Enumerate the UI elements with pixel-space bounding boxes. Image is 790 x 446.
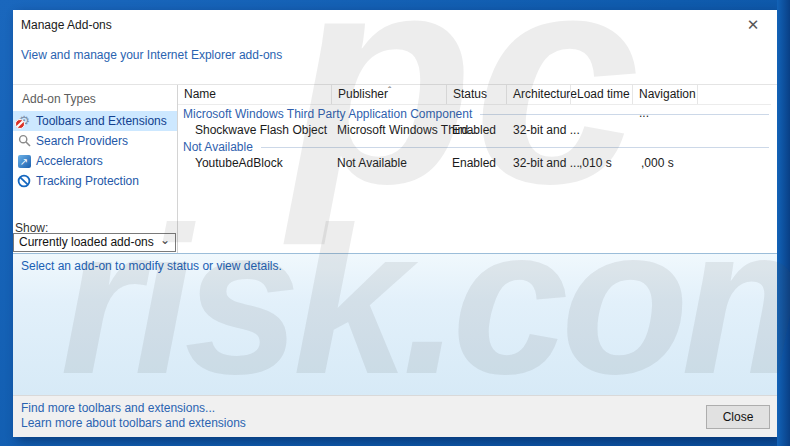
sidebar-item-tracking-protection[interactable]: Tracking Protection: [13, 171, 177, 191]
dialog-subtitle: View and manage your Internet Explorer a…: [21, 48, 282, 62]
show-filter-dropdown[interactable]: Currently loaded add-ons ⌄: [13, 233, 176, 252]
find-more-link[interactable]: Find more toolbars and extensions...: [21, 401, 215, 415]
chevron-down-icon: ⌄: [160, 232, 170, 249]
sidebar-item-search-providers[interactable]: Search Providers: [13, 131, 177, 151]
column-header-navigation[interactable]: Navigation ...: [632, 85, 697, 104]
learn-more-link[interactable]: Learn more about toolbars and extensions: [21, 416, 246, 430]
column-header-blank: [697, 85, 771, 104]
manage-addons-dialog: Manage Add-ons ✕ View and manage your In…: [13, 10, 777, 437]
content-area: Add-on Types ⚙ Toolbars and Extensions S…: [13, 84, 777, 254]
sidebar-item-label: Accelerators: [36, 151, 103, 171]
sidebar-item-label: Search Providers: [36, 131, 128, 151]
close-icon[interactable]: ✕: [743, 16, 763, 34]
column-header-load-time[interactable]: Load time: [570, 85, 632, 104]
accelerator-icon: ↗: [17, 154, 31, 168]
header-divider: [178, 104, 771, 105]
show-filter-value: Currently loaded add-ons: [14, 235, 154, 249]
addon-types-panel: Add-on Types ⚙ Toolbars and Extensions S…: [13, 85, 178, 254]
column-header-architecture[interactable]: Architecture: [506, 85, 570, 104]
toolbars-extensions-icon: ⚙: [17, 114, 31, 128]
sidebar-item-label: Toolbars and Extensions: [36, 111, 167, 131]
search-icon: [17, 134, 31, 148]
close-button[interactable]: Close: [706, 405, 770, 429]
table-row-shockwave-flash[interactable]: Shockwave Flash Object Microsoft Windows…: [178, 122, 771, 138]
group-header: Microsoft Windows Third Party Applicatio…: [178, 106, 771, 122]
sidebar-item-label: Tracking Protection: [36, 171, 139, 191]
tracking-protection-icon: [17, 174, 31, 188]
addons-table: Name Publisher ˆ Status Architecture Loa…: [178, 85, 777, 254]
details-message: Select an add-on to modify status or vie…: [21, 259, 282, 273]
sort-ascending-icon: ˆ: [388, 82, 391, 101]
column-header-name[interactable]: Name: [178, 85, 331, 104]
details-pane: Select an add-on to modify status or vie…: [13, 253, 777, 395]
column-header-publisher[interactable]: Publisher ˆ: [331, 85, 446, 104]
dialog-title: Manage Add-ons: [21, 18, 112, 32]
footer-bar: Find more toolbars and extensions... Lea…: [13, 395, 777, 437]
sidebar-item-toolbars-extensions[interactable]: ⚙ Toolbars and Extensions: [13, 111, 177, 131]
sidebar-item-accelerators[interactable]: ↗ Accelerators: [13, 151, 177, 171]
group-header: Not Available: [178, 139, 771, 155]
table-row-youtubeadblock[interactable]: YoutubeAdBlock Not Available Enabled 32-…: [178, 155, 771, 171]
column-header-status[interactable]: Status: [446, 85, 506, 104]
addon-types-header: Add-on Types: [22, 92, 96, 106]
desktop-edge: [777, 0, 790, 446]
